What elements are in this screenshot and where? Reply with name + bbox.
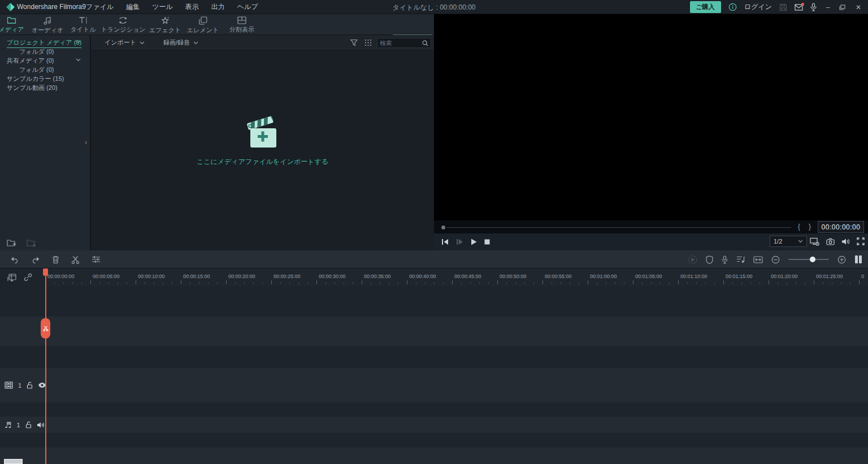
record-voiceover-icon[interactable] (722, 255, 728, 264)
redo-icon[interactable] (31, 256, 40, 263)
tab-title-text[interactable]: タイトル (70, 16, 96, 34)
zoom-slider-handle[interactable] (810, 257, 815, 262)
playback-quality-dropdown[interactable]: 1/2 (770, 236, 807, 247)
feedback-mail-icon[interactable] (795, 4, 803, 11)
tab-split-screen[interactable]: 分割表示 (229, 16, 254, 34)
timeline-empty-area[interactable] (0, 433, 868, 448)
ruler-tick (244, 282, 245, 284)
playhead-split-handle[interactable] (41, 318, 50, 339)
tab-label: トランジション (101, 25, 146, 34)
ruler-tick (841, 282, 841, 284)
sidebar-item-4[interactable]: サンプルカラー (15) (0, 74, 90, 83)
tab-elements[interactable]: エレメント (187, 16, 219, 34)
tab-audio-note[interactable]: オーディオ (32, 16, 63, 34)
video-track-lock-icon[interactable] (27, 381, 33, 389)
ruler-tick (344, 282, 344, 284)
import-dropdown[interactable]: インポート (105, 38, 145, 47)
scissors-icon (43, 326, 49, 331)
ruler-tick (90, 280, 91, 284)
sidebar-item-3[interactable]: フォルダ (0) (0, 65, 90, 74)
elements-icon (198, 16, 207, 25)
timeline-ruler[interactable]: 00:00:00:0000:00:05:0000:00:10:0000:00:1… (45, 268, 868, 286)
delete-folder-icon[interactable] (27, 239, 36, 247)
timeline-panel: 00:00:00:0000:00:05:0000:00:10:0000:00:1… (0, 268, 868, 464)
view-grid-icon[interactable] (364, 39, 372, 46)
ruler-tick (407, 280, 407, 284)
scrubber-track[interactable] (446, 227, 791, 228)
snapshot-camera-icon[interactable] (826, 238, 835, 245)
purchase-button[interactable]: ご購入 (690, 1, 721, 13)
play-button[interactable] (471, 238, 477, 245)
timeline-empty-area[interactable] (0, 448, 868, 464)
undo-icon[interactable] (10, 256, 19, 263)
scrubber-handle[interactable] (441, 226, 445, 229)
ruler-tick (54, 282, 55, 284)
filter-icon[interactable] (350, 39, 358, 46)
previous-frame-button[interactable] (441, 238, 449, 245)
split-scissors-icon[interactable] (71, 255, 80, 264)
advanced-edit-icon[interactable] (92, 255, 101, 263)
track-manager-icon[interactable] (854, 255, 862, 264)
timeline-empty-area[interactable] (0, 286, 868, 316)
timeline-empty-area[interactable] (0, 346, 868, 368)
search-box[interactable] (377, 38, 431, 48)
action-cam-shield-icon[interactable] (706, 255, 713, 264)
record-dropdown[interactable]: 録画/録音 (163, 38, 198, 47)
sidebar-item-0[interactable]: プロジェクト メディア (0) (0, 38, 90, 47)
chevron-down-icon[interactable] (76, 58, 81, 62)
stop-button[interactable] (484, 239, 490, 245)
fit-timeline-icon[interactable] (753, 256, 763, 263)
mark-out-icon[interactable]: } (809, 222, 811, 231)
audio-track-lock-icon[interactable] (25, 421, 32, 428)
timeline-toolbar (0, 250, 868, 268)
audio-mixer-icon[interactable] (736, 255, 745, 263)
ruler-tick (443, 282, 444, 284)
timeline-drop-band[interactable] (0, 316, 868, 346)
delete-icon[interactable] (52, 255, 59, 264)
fullscreen-icon[interactable] (857, 237, 865, 245)
ruler-label: 00:00:25:00 (274, 274, 301, 279)
sidebar-item-5[interactable]: サンプル動画 (20) (0, 83, 90, 92)
info-icon[interactable] (728, 3, 737, 11)
link-clips-icon[interactable] (24, 273, 32, 281)
playhead-cap[interactable] (43, 268, 48, 276)
audio-track-1-lane[interactable] (0, 417, 868, 433)
preview-panel: { } 00:00:00:00 1/2 (434, 14, 868, 250)
sidebar-item-1[interactable]: フォルダ (0) (0, 47, 90, 56)
playhead-line[interactable] (45, 268, 46, 464)
display-settings-icon[interactable] (810, 237, 819, 246)
sidebar-collapse-handle[interactable]: ‹ (85, 138, 87, 146)
tab-label: エフェクト (149, 26, 181, 34)
video-track-1-lane[interactable] (0, 368, 868, 402)
close-button[interactable]: ✕ (854, 3, 862, 11)
zoom-in-icon[interactable] (837, 255, 846, 264)
voiceover-mic-icon[interactable] (810, 3, 817, 11)
tab-media-folder[interactable]: メディア (0, 16, 24, 34)
add-folder-icon[interactable] (7, 239, 16, 247)
minimize-button[interactable]: – (824, 3, 832, 11)
sidebar-item-2[interactable]: 共有メディア (0) (0, 56, 90, 65)
ruler-tick (163, 282, 163, 284)
maximize-button[interactable] (839, 5, 847, 10)
add-marker-icon[interactable] (7, 274, 16, 281)
timeline-zoom-slider[interactable] (788, 259, 829, 260)
audio-track-mute-icon[interactable] (37, 422, 45, 428)
tab-label: オーディオ (32, 26, 63, 34)
ruler-tick (307, 282, 308, 284)
save-icon[interactable] (779, 3, 787, 11)
volume-icon[interactable] (841, 238, 850, 245)
zoom-out-icon[interactable] (771, 255, 780, 264)
media-import-dropzone[interactable]: ここにメディアファイルをインポートする (91, 114, 434, 167)
login-button[interactable]: ログイン (744, 2, 772, 12)
timeline-empty-area[interactable] (0, 402, 868, 417)
chevron-down-icon[interactable] (76, 40, 81, 44)
ruler-label: 00:00:15:00 (183, 274, 210, 279)
render-preview-icon[interactable] (688, 255, 697, 264)
video-viewport[interactable] (434, 14, 868, 220)
search-input[interactable] (377, 40, 422, 46)
tab-effects[interactable]: エフェクト (149, 16, 181, 34)
next-frame-button[interactable] (456, 238, 463, 245)
ruler-label: 0 (861, 274, 864, 279)
mark-in-icon[interactable]: { (798, 222, 800, 231)
tab-transition[interactable]: トランジション (101, 16, 146, 34)
